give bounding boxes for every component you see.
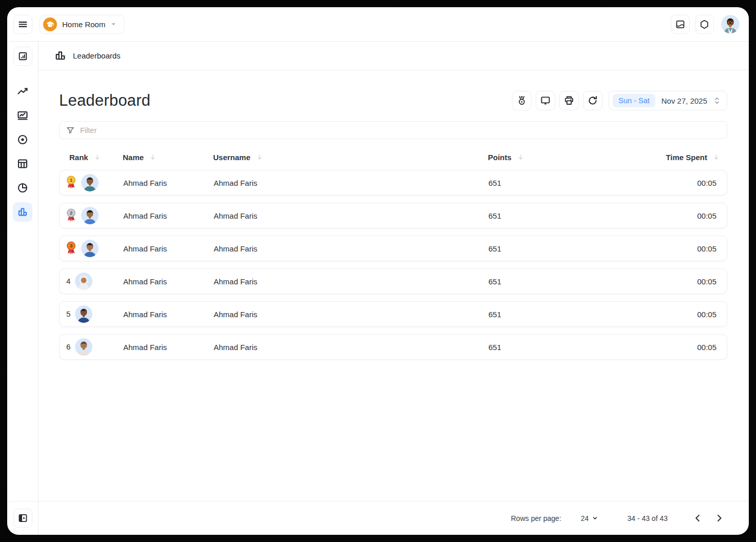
app-window: Home Room: [7, 7, 749, 535]
sidebar-item-leaderboards[interactable]: [13, 202, 32, 222]
chevron-left-icon: [693, 513, 703, 523]
table-row[interactable]: 3 Ahmad Faris Ahmad Faris 651 00:05: [59, 236, 727, 261]
cell-username: Ahmad Faris: [214, 244, 488, 253]
cell-time-spent: 00:05: [591, 277, 727, 286]
table-icon: [16, 158, 29, 170]
notifications-button[interactable]: [695, 15, 714, 34]
table-row[interactable]: 6 Ahmad Faris Ahmad Faris 651 00:05: [59, 334, 727, 360]
room-label: Home Room: [62, 20, 105, 29]
cell-name: Ahmad Faris: [123, 343, 214, 352]
cell-name: Ahmad Faris: [123, 310, 214, 319]
date-range-picker[interactable]: Sun - Sat Nov 27, 2025: [609, 91, 727, 110]
column-header-rank[interactable]: Rank: [59, 153, 123, 162]
panel-expand-icon: [17, 513, 28, 524]
range-pill[interactable]: Sun - Sat: [613, 94, 655, 107]
page-range: 34 - 43 of 43: [627, 514, 668, 522]
stepper-icon[interactable]: [713, 96, 721, 105]
row-avatar: [81, 207, 99, 224]
sidebar-item-pie[interactable]: [13, 178, 32, 198]
rank-badge: 6: [66, 342, 70, 352]
cell-points: 651: [488, 179, 591, 187]
table-row[interactable]: 1 Ahmad Faris Ahmad Faris 651 00:05: [59, 170, 727, 196]
pagination-bar: Rows per page: 24 34 - 43 of 43: [39, 501, 749, 535]
medal-icon: [516, 95, 527, 106]
table-row[interactable]: 4 Ahmad Faris Ahmad Faris 651 00:05: [59, 268, 727, 294]
refresh-icon: [587, 95, 598, 106]
sidebar-nav: [13, 82, 32, 222]
leaderboards-bar-icon: [54, 49, 67, 62]
next-page-button[interactable]: [712, 511, 726, 526]
row-avatar: [75, 273, 92, 290]
table-row[interactable]: 5 Ahmad Faris Ahmad Faris 651 00:05: [59, 301, 727, 327]
cell-username: Ahmad Faris: [214, 211, 488, 220]
rows-per-page-select[interactable]: 24: [581, 514, 599, 522]
sidebar: [7, 42, 39, 535]
expand-panel-button[interactable]: [13, 509, 32, 528]
column-header-time-spent[interactable]: Time Spent: [591, 153, 727, 162]
column-header-username[interactable]: Username: [213, 153, 488, 162]
chevron-right-icon: [714, 513, 724, 523]
row-avatar: [81, 240, 99, 257]
rank-cell: 6: [60, 338, 123, 356]
sidebar-item-table[interactable]: [13, 154, 32, 173]
table-row[interactable]: 2 Ahmad Faris Ahmad Faris 651 00:05: [59, 203, 727, 228]
rank-cell: 3: [60, 240, 123, 257]
sort-down-icon: [517, 153, 524, 161]
sidebar-item-trends[interactable]: [13, 82, 32, 101]
table-header: Rank Name Username Points: [59, 146, 727, 168]
column-header-name[interactable]: Name: [123, 153, 213, 162]
dashboard-button[interactable]: [13, 47, 32, 66]
row-avatar: [81, 174, 99, 191]
cell-name: Ahmad Faris: [123, 211, 214, 220]
present-button[interactable]: [536, 91, 555, 110]
column-label: Username: [213, 153, 251, 162]
row-avatar: [75, 305, 92, 323]
awards-button[interactable]: [512, 91, 532, 110]
bar-chart-icon: [16, 206, 29, 218]
sort-down-icon: [93, 153, 101, 161]
cell-username: Ahmad Faris: [214, 179, 488, 187]
rank-cell: 4: [60, 273, 123, 290]
rank-cell: 5: [60, 305, 123, 323]
cell-name: Ahmad Faris: [123, 277, 214, 286]
column-label: Time Spent: [666, 153, 707, 162]
row-avatar: [75, 338, 92, 356]
user-avatar[interactable]: [721, 15, 740, 33]
cell-time-spent: 00:05: [591, 211, 727, 220]
breadcrumb: Leaderboards: [39, 42, 749, 70]
svg-text:3: 3: [70, 243, 72, 248]
refresh-button[interactable]: [583, 91, 602, 110]
hexagon-icon: [699, 19, 710, 30]
column-label: Points: [488, 153, 512, 162]
room-selector[interactable]: Home Room: [40, 15, 124, 34]
top-bar: Home Room: [7, 7, 749, 42]
rank-badge: 5: [66, 309, 70, 319]
column-header-points[interactable]: Points: [488, 153, 591, 162]
cell-time-spent: 00:05: [591, 310, 727, 319]
rows-per-page-value: 24: [581, 514, 589, 522]
chevron-down-icon: [110, 21, 117, 27]
hamburger-icon: [17, 19, 28, 30]
sidebar-item-presentation[interactable]: [13, 106, 32, 125]
cell-name: Ahmad Faris: [123, 244, 214, 253]
filter-field[interactable]: [59, 121, 727, 139]
print-button[interactable]: [559, 91, 579, 110]
cell-points: 651: [488, 277, 591, 286]
rank-badge: 4: [66, 277, 70, 286]
cell-points: 651: [488, 310, 591, 319]
sidebar-item-objectives[interactable]: [13, 130, 32, 149]
filter-input[interactable]: [80, 126, 721, 134]
column-label: Rank: [69, 153, 88, 162]
date-value: Nov 27, 2025: [662, 96, 707, 105]
pie-chart-icon: [16, 182, 29, 194]
cell-time-spent: 00:05: [591, 179, 727, 187]
prev-page-button[interactable]: [690, 511, 705, 526]
rank-cell: 1: [60, 174, 123, 191]
sort-down-icon: [149, 153, 157, 161]
printer-icon: [563, 95, 575, 106]
inbox-button[interactable]: [671, 15, 690, 34]
chevron-down-icon: [592, 515, 598, 521]
menu-button[interactable]: [13, 15, 32, 34]
column-label: Name: [123, 153, 144, 162]
dashboard-icon: [17, 51, 28, 62]
